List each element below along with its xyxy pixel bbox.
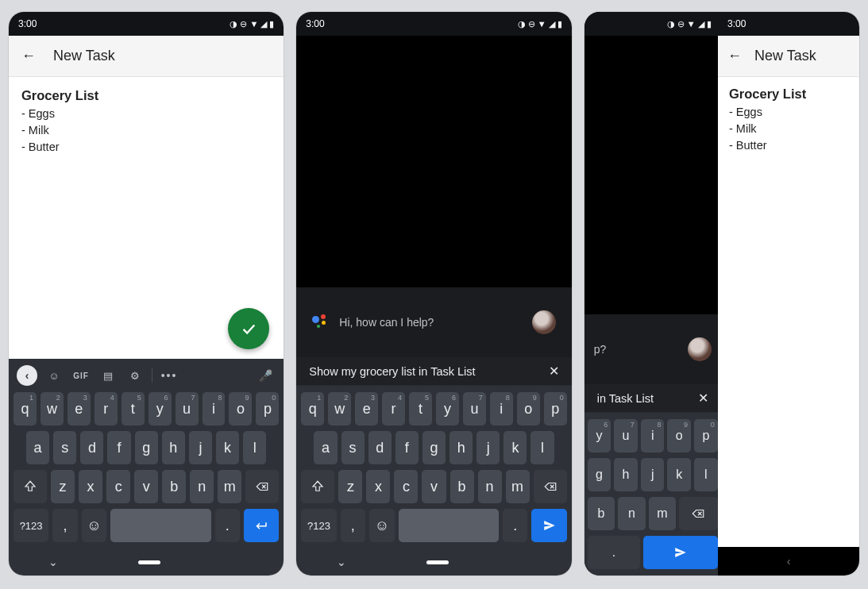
key-g[interactable]: g <box>588 458 611 491</box>
key-n[interactable]: n <box>478 470 502 503</box>
key-space[interactable] <box>110 509 210 542</box>
sticker-icon[interactable]: ☺ <box>44 370 64 382</box>
key-i[interactable]: i8 <box>203 392 226 425</box>
key-z[interactable]: z <box>51 470 75 503</box>
key-m[interactable]: m <box>649 497 677 530</box>
assistant-query-input[interactable]: in Task List <box>597 392 698 405</box>
key-backspace[interactable] <box>534 470 567 503</box>
nav-down-icon[interactable]: ⌄ <box>48 556 58 568</box>
assistant-query-input[interactable]: Show my grocery list in Task List <box>309 365 548 378</box>
key-shift[interactable] <box>14 470 47 503</box>
key-y[interactable]: y6 <box>588 419 611 452</box>
key-c[interactable]: c <box>394 470 418 503</box>
key-o[interactable]: o9 <box>517 392 540 425</box>
mic-icon[interactable]: 🎤 <box>255 369 276 382</box>
key-send[interactable] <box>531 509 566 542</box>
key-l[interactable]: l <box>694 458 718 491</box>
key-w[interactable]: w2 <box>328 392 351 425</box>
key-h[interactable]: h <box>162 431 185 464</box>
key-m[interactable]: m <box>506 470 530 503</box>
key-k[interactable]: k <box>216 431 239 464</box>
key-e[interactable]: e3 <box>68 392 91 425</box>
key-k[interactable]: k <box>503 431 527 464</box>
key-y[interactable]: y6 <box>436 392 459 425</box>
key-i[interactable]: i8 <box>490 392 513 425</box>
close-icon[interactable]: ✕ <box>549 364 559 379</box>
key-symbols[interactable]: ?123 <box>14 509 48 542</box>
key-b[interactable]: b <box>588 497 615 530</box>
key-symbols[interactable]: ?123 <box>301 509 336 542</box>
key-w[interactable]: w2 <box>41 392 64 425</box>
key-e[interactable]: e3 <box>355 392 378 425</box>
key-u[interactable]: u7 <box>176 392 199 425</box>
key-h[interactable]: h <box>614 458 638 491</box>
key-s[interactable]: s <box>341 431 365 464</box>
key-z[interactable]: z <box>338 470 362 503</box>
key-x[interactable]: x <box>79 470 102 503</box>
key-comma[interactable]: , <box>341 509 366 542</box>
more-icon[interactable]: ••• <box>159 369 179 382</box>
key-j[interactable]: j <box>189 431 212 464</box>
key-l[interactable]: l <box>530 431 554 464</box>
key-f[interactable]: f <box>107 431 130 464</box>
key-p[interactable]: p0 <box>694 419 718 452</box>
key-r[interactable]: r4 <box>382 392 405 425</box>
key-f[interactable]: f <box>395 431 419 464</box>
key-b[interactable]: b <box>450 470 474 503</box>
key-q[interactable]: q1 <box>301 392 324 425</box>
key-o[interactable]: o9 <box>667 419 691 452</box>
key-emoji[interactable]: ☺ <box>82 509 107 542</box>
gif-icon[interactable]: GIF <box>71 371 91 380</box>
key-p[interactable]: p0 <box>544 392 567 425</box>
key-u[interactable]: u7 <box>614 419 638 452</box>
nav-home-pill[interactable] <box>426 560 449 564</box>
key-shift[interactable] <box>301 470 334 503</box>
key-emoji[interactable]: ☺ <box>369 509 395 542</box>
key-backspace[interactable] <box>679 497 717 530</box>
key-u[interactable]: u7 <box>463 392 486 425</box>
key-j[interactable]: j <box>641 458 665 491</box>
key-c[interactable]: c <box>106 470 130 503</box>
key-period[interactable]: . <box>215 509 241 542</box>
key-n[interactable]: n <box>190 470 214 503</box>
key-t[interactable]: t5 <box>409 392 432 425</box>
key-period[interactable]: . <box>588 536 641 569</box>
settings-icon[interactable]: ⚙ <box>125 370 145 382</box>
key-i[interactable]: i8 <box>641 419 665 452</box>
nav-back-icon[interactable]: ‹ <box>787 555 791 568</box>
key-v[interactable]: v <box>134 470 158 503</box>
key-r[interactable]: r4 <box>95 392 118 425</box>
key-b[interactable]: b <box>162 470 186 503</box>
key-q[interactable]: q1 <box>14 392 37 425</box>
task-content[interactable]: Grocery List - Eggs - Milk - Butter <box>718 77 859 547</box>
clipboard-icon[interactable]: ▤ <box>98 370 118 382</box>
key-a[interactable]: a <box>314 431 337 464</box>
save-fab[interactable] <box>228 308 269 349</box>
keyboard-chevron-icon[interactable]: ‹ <box>17 365 37 386</box>
key-v[interactable]: v <box>422 470 446 503</box>
key-send[interactable] <box>643 536 717 569</box>
key-a[interactable]: a <box>26 431 49 464</box>
key-comma[interactable]: , <box>52 509 78 542</box>
avatar-icon[interactable] <box>532 310 556 334</box>
key-d[interactable]: d <box>368 431 392 464</box>
close-icon[interactable]: ✕ <box>698 391 708 406</box>
key-backspace[interactable] <box>245 470 279 503</box>
key-s[interactable]: s <box>53 431 76 464</box>
nav-home-pill[interactable] <box>138 560 160 564</box>
key-n[interactable]: n <box>618 497 646 530</box>
back-icon[interactable]: ← <box>21 48 36 64</box>
key-d[interactable]: d <box>80 431 103 464</box>
key-g[interactable]: g <box>135 431 158 464</box>
key-enter[interactable] <box>244 509 279 542</box>
key-p[interactable]: p0 <box>256 392 279 425</box>
key-period[interactable]: . <box>503 509 528 542</box>
key-t[interactable]: t5 <box>122 392 145 425</box>
key-h[interactable]: h <box>449 431 473 464</box>
avatar-icon[interactable] <box>688 337 712 361</box>
key-k[interactable]: k <box>667 458 691 491</box>
task-content[interactable]: Grocery List - Eggs - Milk - Butter <box>9 77 284 359</box>
key-x[interactable]: x <box>366 470 390 503</box>
key-j[interactable]: j <box>476 431 500 464</box>
key-m[interactable]: m <box>218 470 241 503</box>
